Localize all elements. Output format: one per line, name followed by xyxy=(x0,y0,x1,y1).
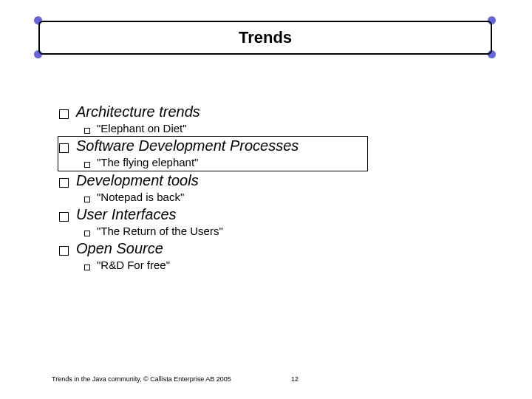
item-label: Open Source xyxy=(76,239,163,258)
subitem-label: "Notepad is back" xyxy=(97,190,184,205)
item-label: Development tools xyxy=(76,171,199,190)
subitem-label: "R&D For free" xyxy=(97,258,170,273)
list-item: Development tools xyxy=(59,171,473,190)
list-subitem: "The flying elephant" xyxy=(84,155,473,170)
list-item: User Interfaces xyxy=(59,205,473,224)
subitem-label: "Elephant on Diet" xyxy=(97,121,187,136)
slide-title: Trends xyxy=(239,28,292,47)
square-bullet-icon xyxy=(59,109,69,119)
list-subitem: "R&D For free" xyxy=(84,258,473,273)
list-item: Open Source xyxy=(59,239,473,258)
subitem-label: "The Return of the Users" xyxy=(97,224,223,239)
square-bullet-icon xyxy=(59,246,69,256)
list-item: Software Development Processes xyxy=(59,136,473,155)
item-label: Architecture trends xyxy=(76,102,200,121)
square-bullet-icon xyxy=(59,178,69,188)
square-bullet-icon xyxy=(59,212,69,222)
list-subitem: "Elephant on Diet" xyxy=(84,121,473,136)
item-label: User Interfaces xyxy=(76,205,177,224)
square-bullet-icon xyxy=(84,128,90,134)
square-bullet-icon xyxy=(84,265,90,270)
list-item: Architecture trends xyxy=(59,102,473,121)
item-label: Software Development Processes xyxy=(76,136,299,155)
square-bullet-icon xyxy=(84,197,90,202)
footer-text: Trends in the Java community, © Callista… xyxy=(52,375,231,383)
page-number: 12 xyxy=(291,375,299,383)
content-area: Architecture trends "Elephant on Diet" S… xyxy=(59,102,473,273)
square-bullet-icon xyxy=(84,162,90,168)
title-bar: Trends xyxy=(38,21,492,55)
list-subitem: "The Return of the Users" xyxy=(84,224,473,239)
square-bullet-icon xyxy=(59,143,69,153)
square-bullet-icon xyxy=(84,231,90,236)
list-subitem: "Notepad is back" xyxy=(84,190,473,205)
subitem-label: "The flying elephant" xyxy=(97,155,198,170)
slide: Trends Architecture trends "Elephant on … xyxy=(0,0,532,399)
